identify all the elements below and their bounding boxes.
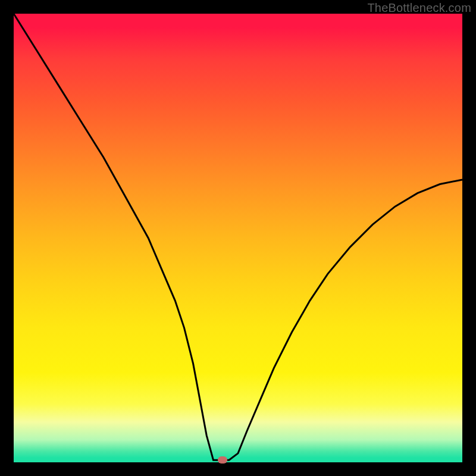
watermark-text: TheBottleneck.com <box>367 1 471 15</box>
chart-plot-area <box>14 14 462 462</box>
chart-frame: TheBottleneck.com <box>0 0 476 476</box>
bottleneck-curve <box>14 14 462 462</box>
optimal-point-marker <box>218 456 227 464</box>
